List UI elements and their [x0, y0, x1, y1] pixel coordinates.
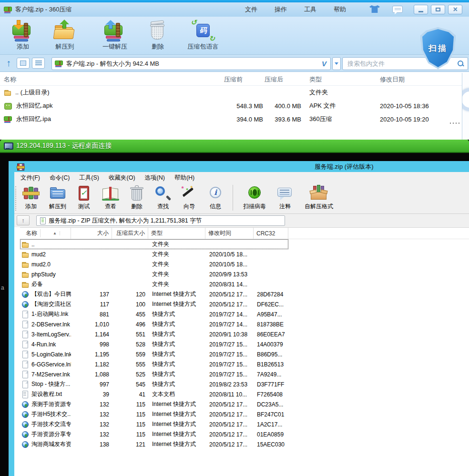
feedback-bubble-icon[interactable] — [392, 6, 403, 13]
column-modified-time[interactable]: 修改时间 — [205, 228, 254, 239]
file-row[interactable]: 永恒回忆.apk548.3 MB400.0 MBAPK 文件2020-10-05… — [0, 99, 469, 112]
search-icon[interactable] — [458, 61, 464, 67]
file-row[interactable]: 3-ItemLogServ...1,164551快捷方式2020/9/1 10:… — [20, 329, 288, 339]
file-row[interactable]: 必备文件夹2020/8/31 14... — [20, 279, 288, 289]
scan-shield-button[interactable]: 扫描 — [420, 27, 456, 69]
file-row[interactable]: Stop - 快捷方...997545快捷方式2019/8/2 23:53D3F… — [20, 379, 288, 389]
button-label: 解压到 — [56, 42, 74, 51]
menu-help[interactable]: 帮助(H) — [170, 172, 199, 183]
rdp-connection-bar: 129.204.189.113 - 远程桌面连接 — [0, 140, 469, 153]
add-button[interactable]: 添加 — [5, 17, 41, 55]
rar-view-button[interactable]: 查看 — [97, 183, 124, 211]
info-icon — [206, 185, 225, 202]
rar-find-button[interactable]: 查找 — [150, 183, 176, 211]
menu-help[interactable]: 帮助 — [334, 5, 346, 14]
file-row[interactable]: 6-GGService.lnk1,182555快捷方式2019/7/27 15.… — [20, 359, 288, 369]
column-size[interactable]: 大小 — [71, 228, 112, 239]
rar-extract-button[interactable]: 解压到 — [45, 183, 71, 211]
rar-wizard-button[interactable]: 向导 — [176, 183, 202, 211]
rar-info-button[interactable]: 信息 — [202, 183, 229, 211]
size-cell: 1,010 — [71, 321, 112, 328]
file-name-cell: mud2.0 — [20, 261, 71, 268]
size-cell: 132 — [71, 411, 112, 418]
one-click-extract-button[interactable]: 一键解压 — [89, 17, 141, 55]
file-row[interactable]: .. (上级目录)文件夹 — [0, 86, 469, 99]
menu-favorites[interactable]: 收藏夹(O) — [104, 172, 140, 183]
extract-to-button[interactable]: 解压到 — [41, 17, 89, 55]
file-row[interactable]: 7-M2Server.lnk1,088525快捷方式2019/7/27 15..… — [20, 369, 288, 379]
comment-bubble-icon — [275, 185, 295, 202]
type-cell: 快捷方式 — [148, 320, 205, 328]
up-directory-button[interactable]: ↑ — [3, 58, 14, 69]
page-icon — [21, 351, 29, 358]
file-row[interactable]: mud2文件夹2020/10/5 18... — [20, 249, 288, 259]
column-type[interactable]: 类型 — [309, 75, 322, 84]
file-row[interactable]: 【双击】今日腾...137120Internet 快捷方式2020/5/12 1… — [20, 289, 288, 299]
column-name[interactable]: 名称 — [4, 75, 16, 84]
file-row[interactable]: 5-LoginGate.lnk1,195559快捷方式2019/7/27 15.… — [20, 349, 288, 359]
rar-virus-scan-button[interactable]: 扫描病毒 — [237, 183, 272, 211]
address-bar[interactable]: 客户端.zip - 解包大小为 942.4 MB V — [51, 57, 331, 70]
delete-button[interactable]: 删除 — [141, 17, 174, 55]
toolbar-separator — [233, 185, 233, 211]
file-row[interactable]: 架设教程.txt3941文本文档2020/8/11 10...F7265408 — [20, 389, 288, 399]
file-row[interactable]: 4-Run.lnk998528快捷方式2019/7/27 15...14A003… — [20, 339, 288, 349]
column-size-after[interactable]: 压缩后 — [265, 75, 283, 84]
address-dropdown-button[interactable] — [332, 57, 341, 70]
rar-delete-button[interactable]: 删除 — [124, 183, 150, 211]
rar-test-button[interactable]: 测试 — [71, 183, 97, 211]
file-name-cell: 【双击】今日腾... — [20, 290, 71, 298]
packed-size-cell: 41 — [112, 391, 148, 398]
file-row[interactable]: 1-启动网站.lnk881455快捷方式2019/7/27 14...A95B4… — [20, 309, 288, 319]
file-row[interactable]: 手游资源分享专...132115Internet 快捷方式2020/5/12 1… — [20, 429, 288, 439]
skin-shirt-icon[interactable] — [369, 5, 380, 13]
minimize-button[interactable] — [414, 5, 428, 14]
file-row[interactable]: 手游H5技术交...132115Internet 快捷方式2020/5/12 1… — [20, 409, 288, 419]
menu-commands[interactable]: 命令(C) — [45, 172, 74, 183]
packed-size-cell: 528 — [112, 341, 148, 348]
menu-file[interactable]: 文件(F) — [16, 172, 45, 183]
packed-size-cell: 496 — [112, 321, 148, 328]
rar-sfx-button[interactable]: 自解压格式 — [298, 183, 340, 211]
menu-operation[interactable]: 操作 — [275, 5, 287, 14]
button-label: 删除 — [152, 42, 164, 51]
menu-file[interactable]: 文件 — [245, 5, 257, 14]
archive-address-text: 服务端.zip - ZIP 压缩文件, 解包大小为 1,211,751,381 … — [49, 217, 202, 225]
file-row[interactable]: mud2.0文件夹2020/10/5 18... — [20, 259, 288, 269]
column-size-before[interactable]: 压缩前 — [224, 75, 243, 84]
file-row[interactable]: 亲测手游资源专...132115Internet 快捷方式2020/5/12 1… — [20, 399, 288, 409]
column-packed-size[interactable]: 压缩后大小 — [112, 228, 148, 239]
column-crc32[interactable]: CRC32 — [254, 228, 288, 239]
packed-size-cell: 525 — [112, 371, 148, 378]
column-type[interactable]: 类型 — [148, 228, 205, 239]
maximize-button[interactable] — [431, 5, 445, 14]
page-icon — [21, 331, 29, 338]
globe-icon — [21, 301, 29, 308]
file-row[interactable]: 【淘游交流社区...117100Internet 快捷方式2020/5/12 1… — [20, 299, 288, 309]
file-row[interactable]: 2-DBServer.lnk1,010496快捷方式2019/7/27 14..… — [20, 319, 288, 329]
file-row[interactable]: 永恒回忆.ipa394.0 MB393.6 MB360压缩2020-10-05 … — [0, 112, 469, 126]
winrar-window: 服务端.zip (评估版本) 文件(F) 命令(C) 工具(S) 收藏夹(O) … — [9, 161, 469, 476]
close-button[interactable]: × — [448, 5, 462, 14]
column-date[interactable]: 修改日期 — [380, 75, 405, 84]
menu-options[interactable]: 选项(N) — [140, 172, 170, 183]
large-icon-view-button[interactable] — [17, 58, 30, 69]
archive-address-field[interactable]: 服务端.zip - ZIP 压缩文件, 解包大小为 1,211,751,381 … — [36, 215, 285, 226]
menu-tools[interactable]: 工具 — [304, 5, 316, 14]
type-cell: 文件夹 — [148, 270, 205, 278]
file-row[interactable]: phpStudy文件夹2020/9/9 13:53 — [20, 269, 288, 279]
file-row[interactable]: 淘游商城发布资...138121Internet 快捷方式2020/5/12 1… — [20, 439, 288, 449]
list-header: 名称 压缩前 压缩后 类型 修改日期 — [0, 73, 469, 86]
menu-tools[interactable]: 工具(S) — [74, 172, 104, 183]
file-row[interactable]: 手游技术交流专...132115Internet 快捷方式2020/5/12 1… — [20, 419, 288, 429]
rar-comment-button[interactable]: 注释 — [272, 183, 298, 211]
archive-language-button[interactable]: 码 压缩包语言 — [174, 17, 232, 55]
rar-add-button[interactable]: 添加 — [17, 183, 45, 211]
time-cell: 2020/5/12 17... — [205, 421, 254, 428]
up-directory-button[interactable]: ↑ — [17, 215, 30, 225]
column-name[interactable]: 名称▲ — [20, 228, 71, 239]
type-cell: 快捷方式 — [148, 350, 205, 358]
virus-scan-icon — [245, 185, 264, 202]
list-view-button[interactable] — [32, 58, 45, 69]
file-row[interactable]: ..文件夹 — [20, 239, 288, 249]
